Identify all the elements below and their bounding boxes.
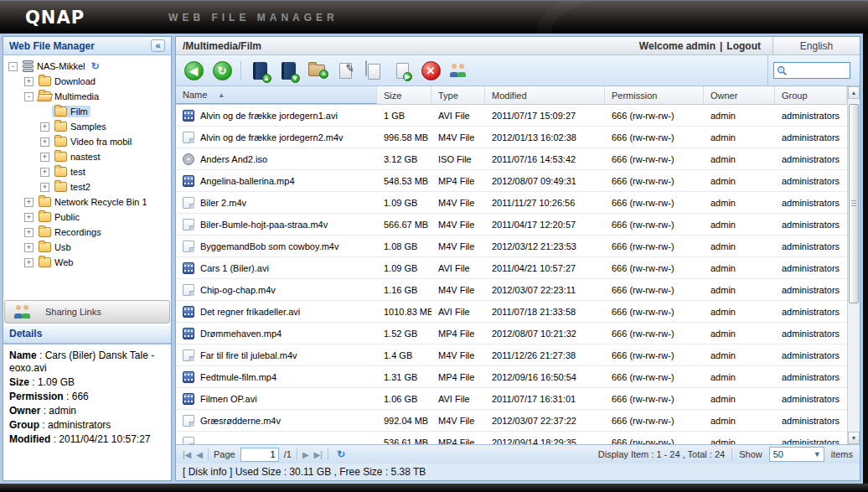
tree-item-test2[interactable]: +test2	[3, 179, 171, 194]
vertical-scrollbar[interactable]: ▲ ▼	[847, 86, 860, 444]
scroll-down-button[interactable]: ▼	[848, 432, 860, 444]
file-name: Alvin og de frække jordegern1.avi	[200, 111, 338, 121]
file-row[interactable]: Far til fire til julebal.m4v1.4 GBM4V Fi…	[176, 344, 847, 366]
page-input[interactable]	[240, 448, 279, 462]
file-row[interactable]: Drømmehaven.mp41.52 GBMP4 File2012/08/07…	[176, 323, 847, 344]
tree-expander-icon[interactable]: -	[24, 92, 34, 101]
upload-button[interactable]: ▲	[247, 58, 272, 83]
file-row[interactable]: Græsrødderne.m4v992.04 MBM4V File2012/03…	[176, 410, 847, 432]
download-button[interactable]: ▼	[276, 58, 301, 83]
tree-item-download[interactable]: +Download	[3, 74, 171, 89]
file-row[interactable]: Fedtmule-film.mp41.31 GBMP4 File2012/09/…	[176, 366, 847, 388]
last-page-button[interactable]: ▶|	[314, 450, 323, 459]
column-header-size[interactable]: Size	[377, 86, 431, 104]
sidebar-collapse-button[interactable]: «	[151, 39, 165, 52]
scrollbar-track[interactable]	[848, 99, 860, 432]
search-input[interactable]	[788, 65, 846, 75]
tree-item-recordings[interactable]: +Recordings	[3, 225, 171, 240]
prev-page-button[interactable]: ◀	[196, 450, 203, 459]
detail-group: Group : administrators	[9, 419, 165, 432]
tree-expander-icon[interactable]: +	[24, 258, 34, 267]
file-row[interactable]: Angelina-ballerina.mp4548.53 MBMP4 File2…	[176, 170, 847, 192]
scroll-up-button[interactable]: ▲	[848, 86, 860, 99]
share-icon	[449, 64, 469, 77]
delete-button[interactable]: ✕	[418, 58, 443, 83]
file-row[interactable]: Det regner frikadeller.avi1010.83 MBAVI …	[176, 301, 847, 323]
file-name: Cars 1 (Biler).avi	[200, 263, 269, 273]
tree-expander-icon[interactable]: +	[40, 122, 49, 132]
file-row[interactable]: Anders And2.iso3.12 GBISO File2011/07/16…	[176, 148, 847, 170]
tree-expander-icon[interactable]: +	[24, 213, 34, 222]
tree-item-samples[interactable]: +Samples	[3, 119, 171, 134]
new-folder-button[interactable]: +	[304, 58, 329, 83]
toolbar: ◀ ↻ ▲ ▼ + ✎	[176, 55, 860, 86]
file-row[interactable]: Filmen OP.avi1.06 GBAVI File2011/07/17 1…	[176, 388, 847, 410]
tree-expander-icon[interactable]: +	[40, 153, 49, 162]
tree-expander-icon[interactable]: +	[24, 77, 34, 86]
tree-item-web[interactable]: +Web	[3, 255, 171, 270]
column-header-type[interactable]: Type	[431, 86, 485, 104]
scrollbar-thumb[interactable]	[849, 104, 859, 303]
file-group: administrators	[775, 285, 847, 295]
first-page-button[interactable]: |◀	[183, 450, 191, 459]
file-row[interactable]: Biler 2.m4v1.09 GBM4V File2011/11/27 10:…	[176, 192, 847, 214]
tree-expander-icon[interactable]: +	[24, 228, 34, 237]
tree-expander-icon[interactable]: -	[8, 62, 18, 71]
file-owner: admin	[704, 416, 775, 426]
rename-button[interactable]: ✎	[333, 58, 358, 83]
toolbar-divider	[240, 61, 241, 80]
file-row[interactable]: Biler-Bumle-hojt-paa-straa.m4v566.67 MBM…	[176, 214, 847, 236]
back-button[interactable]: ◀	[181, 58, 206, 83]
language-selector[interactable]: English	[772, 37, 860, 54]
tree-item-usb[interactable]: +Usb	[3, 240, 171, 255]
tree-expander-icon[interactable]: +	[24, 243, 34, 252]
file-permission: 666 (rw-rw-rw-)	[605, 220, 704, 230]
tree-expander-icon[interactable]: +	[40, 168, 49, 177]
file-size: 1.52 GB	[377, 329, 431, 339]
refresh-button[interactable]: ↻	[209, 58, 235, 83]
move-button[interactable]: ▶	[390, 58, 415, 83]
tree-item-public[interactable]: +Public	[3, 210, 171, 225]
share-button[interactable]	[447, 58, 472, 83]
column-header-permission[interactable]: Permission	[605, 86, 704, 104]
copy-button[interactable]	[361, 58, 386, 83]
column-header-group[interactable]: Group	[775, 86, 847, 104]
tree-expander-icon[interactable]: +	[40, 183, 49, 192]
show-label: Show	[739, 449, 762, 459]
file-row[interactable]: 536.61 MBMP4 File2012/09/14 18:29:35666 …	[176, 432, 847, 444]
tree-item-test[interactable]: +test	[3, 164, 171, 179]
tree-expander-icon[interactable]: +	[40, 137, 49, 147]
file-row[interactable]: Cars 1 (Biler).avi1.09 GBAVI File2011/04…	[176, 257, 847, 279]
page-refresh-icon[interactable]: ↻	[337, 448, 345, 460]
copy-icon	[365, 61, 382, 80]
tree-item-network-recycle-bin-1[interactable]: +Network Recycle Bin 1	[3, 194, 171, 210]
column-header-label: Size	[384, 91, 401, 101]
file-group: administrators	[775, 329, 847, 339]
details-header[interactable]: Details	[3, 325, 171, 344]
search-box[interactable]	[773, 62, 850, 79]
tree-item-label: Multimedia	[54, 91, 99, 101]
sharing-links-button[interactable]: Sharing Links	[4, 300, 170, 324]
welcome-text: Welcome admin	[639, 40, 716, 52]
column-header-modified[interactable]: Modified	[485, 86, 605, 104]
file-owner: admin	[704, 198, 775, 208]
tree-item-video-fra-mobil[interactable]: +Video fra mobil	[3, 134, 171, 149]
logout-link[interactable]: Logout	[726, 40, 761, 52]
column-header-owner[interactable]: Owner	[704, 86, 775, 104]
file-row[interactable]: Alvin og de frække jordegern2.m4v996.58 …	[176, 127, 847, 148]
file-row[interactable]: Alvin og de frække jordegern1.avi1 GBAVI…	[176, 105, 847, 127]
tree-refresh-icon[interactable]: ↻	[90, 60, 99, 72]
items-per-page-select[interactable]: 50 ▼	[769, 447, 824, 462]
tree-item-multimedia[interactable]: -Multimedia	[3, 89, 171, 104]
file-modified: 2012/08/07 10:21:32	[485, 329, 605, 339]
tree-item-nastest[interactable]: +nastest	[3, 149, 171, 164]
file-row[interactable]: Chip-og-chap.m4v1.16 GBM4V File2012/03/0…	[176, 279, 847, 301]
file-group: administrators	[775, 350, 847, 360]
tree-item-nas-mikkel[interactable]: -NAS-Mikkel↻	[3, 59, 171, 74]
file-modified: 2011/07/17 15:09:27	[485, 111, 605, 121]
tree-item-film[interactable]: Film	[3, 104, 171, 119]
file-row[interactable]: ByggemandBob som cowboy.m4v1.08 GBM4V Fi…	[176, 236, 847, 257]
next-page-button[interactable]: ▶	[302, 450, 309, 459]
column-header-name[interactable]: Name▲	[176, 86, 377, 104]
tree-expander-icon[interactable]: +	[24, 198, 34, 207]
